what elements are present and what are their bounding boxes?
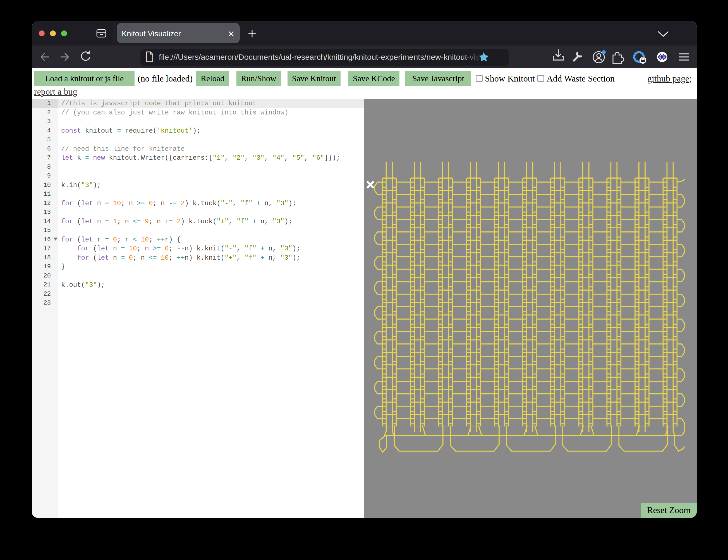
svg-text:file:///Users/acameron/Documen: file:///Users/acameron/Documents/ual-res… bbox=[159, 52, 479, 61]
svg-text:Knitout Visualizer: Knitout Visualizer bbox=[122, 29, 181, 38]
